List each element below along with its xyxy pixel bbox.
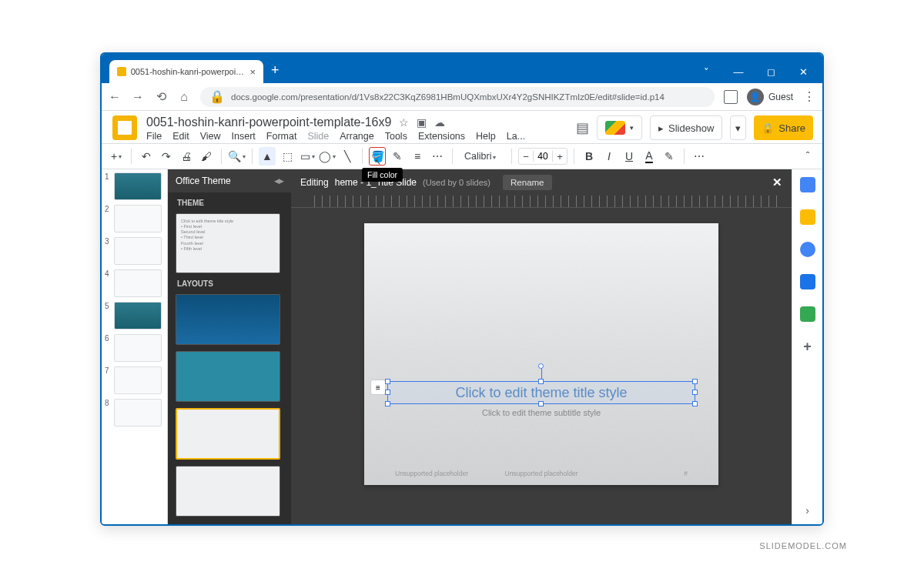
redo-button[interactable]: ↷: [158, 147, 175, 166]
menu-edit[interactable]: Edit: [172, 131, 189, 142]
font-size-decrease[interactable]: −: [519, 151, 533, 162]
move-icon[interactable]: ▣: [417, 116, 427, 129]
contacts-icon[interactable]: [800, 274, 815, 289]
document-title[interactable]: 0051-hoshin-kanri-powerpoint-template-16…: [146, 115, 391, 129]
menu-format[interactable]: Format: [266, 131, 297, 142]
keep-icon[interactable]: [800, 209, 815, 225]
url-field[interactable]: 🔒 docs.google.com/presentation/d/1Vs8x22…: [200, 87, 715, 107]
profile-chip[interactable]: 👤 Guest: [747, 89, 793, 105]
slides-logo[interactable]: [112, 115, 137, 140]
font-size-increase[interactable]: +: [553, 151, 567, 162]
home-button[interactable]: ⌂: [177, 90, 191, 104]
zoom-button[interactable]: 🔍: [228, 147, 246, 166]
resize-handle[interactable]: [385, 379, 390, 384]
text-color-button[interactable]: A: [641, 147, 658, 166]
close-tab-icon[interactable]: ×: [249, 66, 256, 78]
slideshow-button[interactable]: ▸ Slideshow: [650, 115, 722, 140]
new-tab-button[interactable]: +: [271, 62, 280, 79]
layout-thumb[interactable]: [176, 466, 280, 517]
share-button[interactable]: 🔒 Share: [754, 115, 813, 140]
maps-icon[interactable]: [800, 306, 815, 322]
bold-button[interactable]: B: [581, 147, 598, 166]
close-theme-editor-icon[interactable]: ✕: [772, 176, 782, 189]
font-size-value[interactable]: 40: [533, 151, 553, 162]
subtitle-placeholder-text[interactable]: Click to edit theme subtitle style: [364, 408, 718, 417]
meet-button[interactable]: ▾: [597, 115, 642, 140]
calendar-icon[interactable]: [800, 177, 815, 192]
chevron-down-icon[interactable]: ˅: [690, 60, 722, 83]
resize-handle[interactable]: [385, 390, 390, 395]
browser-tab[interactable]: 0051-hoshin-kanri-powerpoint-t ×: [109, 60, 263, 83]
slide-thumb[interactable]: [114, 172, 162, 200]
border-color-button[interactable]: ✎: [389, 147, 406, 166]
highlight-button[interactable]: ✎: [661, 147, 678, 166]
textbox-tool[interactable]: ⬚: [279, 147, 296, 166]
slide-thumb[interactable]: [114, 399, 162, 426]
maximize-button[interactable]: ◻: [755, 60, 787, 83]
resize-handle[interactable]: [692, 390, 698, 395]
vertical-align-icon[interactable]: ≡: [370, 380, 386, 395]
menu-arrange[interactable]: Arrange: [340, 131, 373, 142]
undo-button[interactable]: ↶: [138, 147, 155, 166]
slideshow-dropdown[interactable]: ▾: [730, 115, 746, 140]
reload-button[interactable]: ⟲: [154, 89, 168, 104]
menu-view[interactable]: View: [200, 131, 221, 142]
resize-handle[interactable]: [538, 401, 544, 406]
menu-extensions[interactable]: Extensions: [418, 131, 465, 142]
resize-handle[interactable]: [385, 401, 390, 406]
slide-filmstrip[interactable]: 1 2 3 4 5 6 7 8: [102, 169, 168, 524]
menu-tools[interactable]: Tools: [385, 131, 407, 142]
fill-color-button[interactable]: 🪣 ↖ Fill color: [369, 147, 386, 166]
theme-master-thumb[interactable]: Click to edit theme title style • First …: [176, 213, 280, 273]
resize-handle[interactable]: [692, 379, 698, 384]
back-button[interactable]: ←: [108, 90, 122, 104]
select-tool[interactable]: ▲: [259, 147, 276, 166]
forward-button[interactable]: →: [131, 90, 145, 104]
menu-more[interactable]: La...: [507, 131, 525, 142]
browser-menu-icon[interactable]: ⋮: [802, 89, 816, 104]
new-slide-button[interactable]: +: [108, 147, 125, 166]
resize-handle[interactable]: [538, 379, 544, 384]
slide-thumb[interactable]: [114, 334, 162, 362]
slide-thumb[interactable]: [114, 237, 162, 265]
horizontal-ruler[interactable]: [291, 196, 792, 208]
tasks-icon[interactable]: [800, 242, 815, 257]
star-icon[interactable]: ☆: [399, 116, 409, 129]
shape-tool[interactable]: ◯: [319, 147, 336, 166]
line-tool[interactable]: ╲: [339, 147, 356, 166]
title-placeholder-box[interactable]: Click to edit theme title style: [387, 381, 695, 404]
slide-thumb[interactable]: [114, 302, 162, 329]
rotate-handle[interactable]: [538, 363, 544, 369]
minimize-button[interactable]: —: [722, 60, 755, 83]
rename-button[interactable]: Rename: [503, 175, 551, 190]
collapse-sidebar-icon[interactable]: ›: [805, 504, 809, 517]
slide-canvas[interactable]: ≡ Click to edit theme title style: [364, 223, 718, 485]
resize-handle[interactable]: [692, 401, 698, 406]
image-tool[interactable]: ▭: [299, 147, 316, 166]
underline-button[interactable]: U: [621, 147, 638, 166]
slide-thumb[interactable]: [114, 366, 162, 394]
layout-thumb-selected[interactable]: [176, 408, 280, 460]
italic-button[interactable]: I: [601, 147, 618, 166]
theme-nav-arrows[interactable]: ◀▶: [274, 177, 283, 185]
menu-file[interactable]: File: [146, 131, 162, 142]
border-weight-button[interactable]: ≡: [409, 147, 426, 166]
font-select[interactable]: Calibri: [459, 149, 505, 164]
canvas-viewport[interactable]: ≡ Click to edit theme title style: [291, 208, 792, 524]
comments-icon[interactable]: ▤: [576, 119, 589, 136]
paint-format-button[interactable]: 🖌: [198, 147, 215, 166]
layout-thumb[interactable]: [176, 294, 280, 345]
more-tools-button[interactable]: ⋯: [691, 147, 708, 166]
collapse-toolbar-button[interactable]: ˆ: [799, 147, 816, 166]
install-app-icon[interactable]: [724, 90, 738, 104]
cloud-saved-icon[interactable]: ☁: [434, 116, 445, 129]
border-dash-button[interactable]: ⋯: [429, 147, 446, 166]
layout-thumb[interactable]: [176, 351, 280, 402]
print-button[interactable]: 🖨: [178, 147, 195, 166]
slide-thumb[interactable]: [114, 205, 162, 232]
slide-thumb[interactable]: [114, 269, 162, 297]
menu-help[interactable]: Help: [476, 131, 496, 142]
menu-insert[interactable]: Insert: [232, 131, 256, 142]
close-window-button[interactable]: ✕: [787, 60, 819, 83]
add-addon-button[interactable]: +: [803, 339, 812, 355]
